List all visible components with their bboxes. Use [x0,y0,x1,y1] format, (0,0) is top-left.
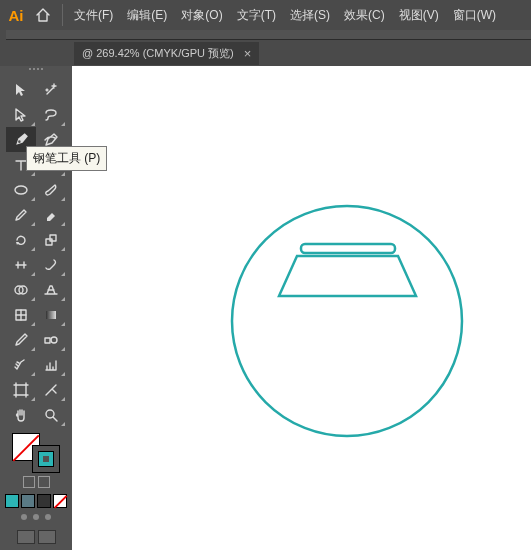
eraser-tool[interactable] [36,202,66,227]
svg-rect-10 [16,385,26,395]
fill-stroke-swatch[interactable] [12,433,60,473]
home-icon[interactable] [28,7,58,23]
pencil-tool[interactable] [6,202,36,227]
svg-point-9 [51,337,57,343]
svg-rect-8 [45,338,50,343]
svg-rect-7 [46,311,56,319]
menu-type[interactable]: 文字(T) [230,7,283,24]
ellipse-tool[interactable] [6,177,36,202]
menu-edit[interactable]: 编辑(E) [120,7,174,24]
screen-mode-icon[interactable] [17,530,35,544]
hand-tool[interactable] [6,402,36,427]
menu-divider [62,4,63,26]
graph-tool[interactable] [36,352,66,377]
blend-tool[interactable] [36,327,66,352]
perspective-grid-tool[interactable] [36,277,66,302]
color-chip[interactable] [37,494,51,508]
svg-rect-3 [50,235,56,241]
lasso-tool[interactable] [36,102,66,127]
menu-window[interactable]: 窗口(W) [446,7,503,24]
draw-mode-dot[interactable] [33,514,39,520]
artwork [72,66,531,550]
width-tool[interactable] [6,252,36,277]
menu-select[interactable]: 选择(S) [283,7,337,24]
color-chip[interactable] [5,494,19,508]
color-chip-row [5,494,67,508]
main-row [0,66,531,550]
svg-rect-13 [301,244,395,253]
swatch-mini-controls [23,476,50,488]
menu-bar: Ai 文件(F) 编辑(E) 对象(O) 文字(T) 选择(S) 效果(C) 视… [0,0,531,30]
free-transform-tool[interactable] [36,252,66,277]
artboard-tool[interactable] [6,377,36,402]
screen-mode-icon[interactable] [38,530,56,544]
document-tab[interactable]: @ 269.42% (CMYK/GPU 预览) × [74,42,259,65]
svg-marker-14 [279,256,416,296]
draw-mode-dot[interactable] [21,514,27,520]
document-tab-bar: @ 269.42% (CMYK/GPU 预览) × [0,40,531,66]
direct-selection-tool[interactable] [6,102,36,127]
default-fill-stroke-icon[interactable] [38,476,50,488]
document-tab-label: @ 269.42% (CMYK/GPU 预览) [82,46,234,61]
swap-fill-stroke-icon[interactable] [23,476,35,488]
toolbox [0,66,72,550]
gradient-tool[interactable] [36,302,66,327]
color-chip[interactable] [21,494,35,508]
menu-object[interactable]: 对象(O) [174,7,229,24]
slice-tool[interactable] [36,377,66,402]
svg-point-1 [15,186,27,194]
menu-view[interactable]: 视图(V) [392,7,446,24]
mesh-tool[interactable] [6,302,36,327]
menu-file[interactable]: 文件(F) [67,7,120,24]
none-color-chip[interactable] [53,494,67,508]
menu-effect[interactable]: 效果(C) [337,7,392,24]
svg-point-0 [18,140,21,143]
selection-tool[interactable] [6,77,36,102]
rotate-tool[interactable] [6,227,36,252]
control-strip [6,30,531,40]
draw-mode-dots [21,514,51,520]
paintbrush-tool[interactable] [36,177,66,202]
shape-builder-tool[interactable] [6,277,36,302]
zoom-tool[interactable] [36,402,66,427]
magic-wand-tool[interactable] [36,77,66,102]
symbol-sprayer-tool[interactable] [6,352,36,377]
eyedropper-tool[interactable] [6,327,36,352]
close-icon[interactable]: × [244,47,252,60]
pen-tool-tooltip: 钢笔工具 (P) [26,146,107,171]
svg-point-12 [232,206,462,436]
draw-mode-dot[interactable] [45,514,51,520]
svg-rect-2 [46,239,52,245]
scale-tool[interactable] [36,227,66,252]
screen-mode-row [17,530,56,544]
tool-grid [6,77,66,427]
app-logo: Ai [4,3,28,27]
canvas[interactable] [72,66,531,550]
stroke-swatch[interactable] [32,445,60,473]
panel-grip[interactable] [21,68,51,74]
